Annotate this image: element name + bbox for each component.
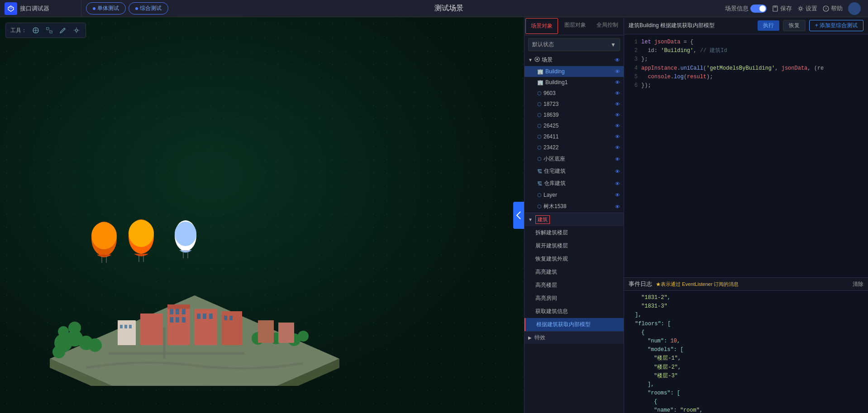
tree-item-layer[interactable]: ⬡ Layer 👁 xyxy=(525,190,624,200)
log-line: "楼层-3" xyxy=(629,372,863,380)
tree-item-tree[interactable]: ⬡ 树木1538 👁 xyxy=(525,200,624,213)
status-dropdown[interactable]: 默认状态 ▼ xyxy=(528,38,620,51)
viewport-toolbar: 工具： xyxy=(5,23,86,38)
svg-rect-42 xyxy=(182,317,186,323)
svg-point-12 xyxy=(76,29,78,32)
log-line: "name": "room", xyxy=(629,406,863,413)
event-log: 事件日志 ★表示通过 EventListener 订阅的消息 清除 "1831-… xyxy=(624,277,868,413)
save-button[interactable]: 保存 xyxy=(772,5,792,13)
svg-point-22 xyxy=(175,222,196,246)
tab-layer-objects[interactable]: 图层对象 xyxy=(559,17,591,35)
cube-icon: ⬡ xyxy=(537,101,542,107)
tab-scene-objects[interactable]: 场景对象 xyxy=(525,18,558,34)
collapse-panel-arrow[interactable] xyxy=(513,202,524,229)
building-action-restore-appearance[interactable]: 恢复建筑外观 xyxy=(525,252,624,266)
building-icon: 🏗 xyxy=(537,169,542,174)
code-line-3: 3}; xyxy=(629,55,863,64)
tree-item-residential-building[interactable]: 🏗 住宅建筑 👁 xyxy=(525,165,624,177)
eye-icon[interactable]: 👁 xyxy=(615,192,620,198)
eye-icon[interactable]: 👁 xyxy=(615,101,620,107)
eye-icon[interactable]: 👁 xyxy=(615,145,620,150)
cube-icon: ⬡ xyxy=(537,145,542,151)
viewport[interactable]: 工具： xyxy=(0,17,524,413)
user-avatar[interactable] xyxy=(848,2,861,15)
tree-item-26411[interactable]: ⬡ 26411 👁 xyxy=(525,131,624,142)
svg-rect-37 xyxy=(170,309,173,314)
eye-icon[interactable]: 👁 xyxy=(615,90,620,96)
tree-item-building[interactable]: 🏢 Building 👁 xyxy=(525,66,624,77)
svg-marker-1 xyxy=(8,6,14,9)
chevron-right-icon: ▶ xyxy=(528,335,532,340)
eye-icon[interactable]: 👁 xyxy=(615,204,620,209)
tree-item-18723[interactable]: ⬡ 18723 👁 xyxy=(525,99,624,109)
cube-icon: ⬡ xyxy=(537,90,542,96)
svg-rect-54 xyxy=(129,325,132,328)
restore-button[interactable]: 恢复 xyxy=(783,20,806,31)
log-line: ], xyxy=(629,311,863,319)
svg-rect-41 xyxy=(176,317,179,323)
tree-item-18639[interactable]: ⬡ 18639 👁 xyxy=(525,109,624,120)
tree-item-warehouse[interactable]: 🏗 仓库建筑 👁 xyxy=(525,177,624,190)
cube-icon: ⬡ xyxy=(537,123,542,129)
eye-icon[interactable]: 👁 xyxy=(615,57,620,63)
area-icon: ⬡ xyxy=(537,156,542,162)
tree-item-residential-base[interactable]: ⬡ 小区底座 👁 xyxy=(525,153,624,165)
eye-icon[interactable]: 👁 xyxy=(615,123,620,128)
eye-icon[interactable]: 👁 xyxy=(615,80,620,85)
scene-info-switch[interactable] xyxy=(750,5,767,13)
building-action-highlight-floor[interactable]: 高亮楼层 xyxy=(525,279,624,292)
scene-group-header[interactable]: ▼ 场景 👁 xyxy=(525,54,624,66)
add-to-test-button[interactable]: + 添加至综合测试 xyxy=(809,20,863,31)
code-header: 建筑Building 根据建筑获取内部模型 执行 恢复 + 添加至综合测试 xyxy=(624,17,868,34)
tree-icon: ⬡ xyxy=(537,204,542,209)
building-action-highlight-building[interactable]: 高亮建筑 xyxy=(525,266,624,279)
special-effects-section[interactable]: ▶ 特效 xyxy=(525,331,624,344)
execute-button[interactable]: 执行 xyxy=(758,20,779,31)
building-action-get-models[interactable]: 根据建筑获取内部模型 xyxy=(525,318,624,331)
layer-icon: ⬡ xyxy=(537,192,542,198)
svg-point-31 xyxy=(52,346,65,358)
code-editor[interactable]: 1let jsonData = { 2 id: 'Building', // 建… xyxy=(624,34,868,277)
eye-icon[interactable]: 👁 xyxy=(615,69,620,74)
tab-single-label: 单体测试 xyxy=(97,5,119,12)
eye-icon[interactable]: 👁 xyxy=(615,157,620,162)
tree-item-26425[interactable]: ⬡ 26425 👁 xyxy=(525,120,624,131)
building-icon: 🏢 xyxy=(537,69,544,75)
svg-rect-38 xyxy=(176,309,179,314)
tree-item-23422[interactable]: ⬡ 23422 👁 xyxy=(525,142,624,153)
tab-global-control[interactable]: 全局控制 xyxy=(591,17,624,35)
tree-item-building1[interactable]: 🏢 Building1 👁 xyxy=(525,77,624,88)
clear-log-button[interactable]: 清除 xyxy=(853,280,863,288)
log-line: ], xyxy=(629,380,863,389)
building-action-highlight-room[interactable]: 高亮房间 xyxy=(525,292,624,305)
building-action-expand-floors[interactable]: 展开建筑楼层 xyxy=(525,239,624,252)
eye-icon[interactable]: 👁 xyxy=(615,169,620,174)
pencil-icon[interactable] xyxy=(58,26,67,35)
gear-icon[interactable] xyxy=(72,26,81,35)
help-button[interactable]: ? 帮助 xyxy=(823,5,843,13)
building-action-get-info[interactable]: 获取建筑信息 xyxy=(525,305,624,318)
tab-integrated-test[interactable]: 综合测试 xyxy=(129,2,168,14)
eye-icon[interactable]: 👁 xyxy=(615,112,620,118)
tree-item-9603[interactable]: ⬡ 9603 👁 xyxy=(525,88,624,99)
tab-single-test[interactable]: 单体测试 xyxy=(86,2,126,14)
svg-rect-45 xyxy=(203,313,206,319)
eye-icon[interactable]: 👁 xyxy=(615,181,620,186)
scene-info-toggle[interactable]: 场景信息 xyxy=(725,5,767,13)
cube-icon: ⬡ xyxy=(537,112,542,118)
svg-rect-36 xyxy=(167,304,190,309)
code-header-title: 建筑Building 根据建筑获取内部模型 xyxy=(629,22,754,29)
svg-rect-64 xyxy=(278,323,294,343)
settings-button[interactable]: 设置 xyxy=(797,5,817,13)
code-line-2: 2 id: 'Building', // 建筑Id xyxy=(629,47,863,55)
crosshair-icon[interactable] xyxy=(31,26,40,35)
svg-rect-10 xyxy=(47,28,49,30)
svg-rect-11 xyxy=(50,31,52,33)
svg-rect-48 xyxy=(224,316,227,320)
building-action-disassemble-floors[interactable]: 拆解建筑楼层 xyxy=(525,226,624,239)
eye-icon[interactable]: 👁 xyxy=(615,134,620,139)
select-icon[interactable] xyxy=(45,26,54,35)
building-section-header[interactable]: ▼ 建筑 xyxy=(525,213,624,226)
main-area: 工具： xyxy=(0,17,868,413)
scene-panel-tabs: 场景对象 图层对象 全局控制 xyxy=(525,17,624,35)
